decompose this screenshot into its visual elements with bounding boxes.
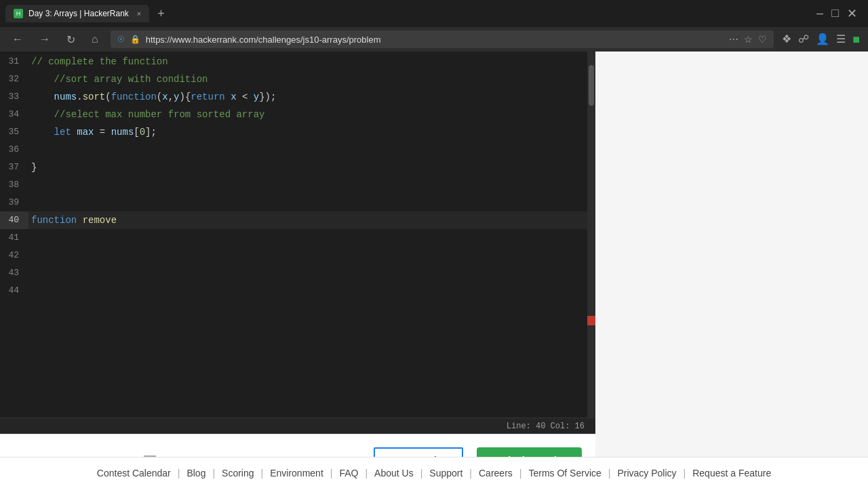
line-num-33: 33 <box>0 88 28 106</box>
more-icon[interactable]: ⋯ <box>729 34 738 45</box>
footer-sep-6: | <box>419 468 425 479</box>
footer-link-contest-calendar[interactable]: Contest Calendar <box>92 468 176 479</box>
forward-button[interactable]: → <box>35 32 54 47</box>
footer-link-environment[interactable]: Environment <box>264 468 329 479</box>
code-line-41: 41 <box>0 229 595 247</box>
footer-sep-3: | <box>260 468 265 479</box>
code-line-36: 36 <box>0 141 595 159</box>
close-window-button[interactable]: ✕ <box>847 6 857 21</box>
active-tab[interactable]: H Day 3: Arrays | HackerRank × <box>5 5 149 22</box>
refresh-button[interactable]: ↻ <box>62 32 79 47</box>
tab-close-button[interactable]: × <box>137 9 141 18</box>
footer-link-request-feature[interactable]: Request a Feature <box>687 468 776 479</box>
tab-favicon: H <box>14 9 23 18</box>
code-line-38: 38 <box>0 176 595 194</box>
tab-bar: H Day 3: Arrays | HackerRank × + <box>5 4 170 24</box>
cursor-position: Line: 40 Col: 16 <box>507 422 585 431</box>
line-num-43: 43 <box>0 264 28 282</box>
scrollbar-error-marker <box>587 316 595 325</box>
line-num-37: 37 <box>0 159 28 176</box>
code-editor[interactable]: 31 // complete the function 32 //sort ar… <box>0 52 595 418</box>
line-num-34: 34 <box>0 106 28 123</box>
footer-link-tos[interactable]: Terms Of Service <box>523 468 606 479</box>
code-line-35: 35 let max = nums[0]; <box>0 123 595 141</box>
code-line-39: 39 <box>0 194 595 211</box>
footer: Contest Calendar | Blog | Scoring | Envi… <box>0 457 868 488</box>
maximize-button[interactable]: □ <box>831 6 839 21</box>
footer-link-support[interactable]: Support <box>424 468 468 479</box>
line-content-37: } <box>28 159 595 176</box>
editor-status-bar: Line: 40 Col: 16 <box>0 418 595 434</box>
code-line-37: 37 } <box>0 159 595 176</box>
line-content-33: nums.sort(function(x,y){return x < y}); <box>28 88 595 106</box>
line-content-35: let max = nums[0]; <box>28 123 595 141</box>
code-lines: 31 // complete the function 32 //sort ar… <box>0 52 595 300</box>
line-content-40: function remove <box>28 211 595 229</box>
scrollbar-track[interactable] <box>587 52 595 418</box>
url-action-icons: ⋯ ☆ ♡ <box>729 34 767 45</box>
line-num-39: 39 <box>0 194 28 211</box>
menu-icon[interactable]: ☰ <box>836 33 846 47</box>
home-button[interactable]: ⌂ <box>87 32 102 47</box>
line-content-34: //select max number from sorted array <box>28 106 595 123</box>
star-icon[interactable]: ♡ <box>758 34 767 45</box>
editor-section: 31 // complete the function 32 //sort ar… <box>0 52 595 488</box>
footer-sep-2: | <box>211 468 216 479</box>
line-num-32: 32 <box>0 70 28 88</box>
url-bar[interactable]: ☉ 🔒 https://www.hackerrank.com/challenge… <box>111 30 774 48</box>
line-num-38: 38 <box>0 176 28 194</box>
code-line-33: 33 nums.sort(function(x,y){return x < y}… <box>0 88 595 106</box>
code-line-42: 42 <box>0 247 595 264</box>
code-line-32: 32 //sort array with condition <box>0 70 595 88</box>
line-num-35: 35 <box>0 123 28 141</box>
footer-sep-7: | <box>468 468 473 479</box>
bookmark-icon[interactable]: ☆ <box>744 34 753 45</box>
url-text: https://www.hackerrank.com/challenges/js… <box>146 35 381 45</box>
footer-link-faq[interactable]: FAQ <box>334 468 363 479</box>
profile-icon[interactable]: 👤 <box>816 33 829 47</box>
tab-title: Day 3: Arrays | HackerRank <box>28 9 129 18</box>
lock-icon: 🔒 <box>130 35 140 44</box>
footer-sep-1: | <box>176 468 182 479</box>
browser-title-bar: H Day 3: Arrays | HackerRank × + – □ ✕ <box>0 0 868 27</box>
bookmarks-icon[interactable]: ☍ <box>798 33 809 47</box>
minimize-button[interactable]: – <box>816 6 823 21</box>
footer-sep-4: | <box>329 468 334 479</box>
security-shield-icon: ☉ <box>117 35 125 44</box>
right-panel <box>595 52 868 488</box>
line-content-31: // complete the function <box>28 53 595 70</box>
main-content: 31 // complete the function 32 //sort ar… <box>0 52 868 488</box>
footer-link-careers[interactable]: Careers <box>473 468 518 479</box>
scrollbar-thumb[interactable] <box>589 65 594 106</box>
code-line-44: 44 <box>0 282 595 300</box>
line-num-42: 42 <box>0 247 28 264</box>
browser-toolbar: ❖ ☍ 👤 ☰ ■ <box>782 33 860 47</box>
extensions-icon[interactable]: ❖ <box>782 33 791 47</box>
line-num-44: 44 <box>0 282 28 300</box>
footer-sep-5: | <box>363 468 369 479</box>
code-line-31: 31 // complete the function <box>0 53 595 70</box>
code-line-34: 34 //select max number from sorted array <box>0 106 595 123</box>
back-button[interactable]: ← <box>8 32 27 47</box>
line-num-40: 40 <box>0 211 28 229</box>
code-line-43: 43 <box>0 264 595 282</box>
address-bar: ← → ↻ ⌂ ☉ 🔒 https://www.hackerrank.com/c… <box>0 27 868 52</box>
footer-link-privacy[interactable]: Privacy Policy <box>612 468 682 479</box>
footer-link-scoring[interactable]: Scoring <box>216 468 259 479</box>
footer-link-about-us[interactable]: About Us <box>369 468 419 479</box>
line-num-36: 36 <box>0 141 28 159</box>
footer-sep-10: | <box>682 468 688 479</box>
new-tab-button[interactable]: + <box>152 4 170 24</box>
footer-sep-8: | <box>518 468 524 479</box>
line-content-32: //sort array with condition <box>28 70 595 88</box>
code-line-40: 40 function remove <box>0 211 595 229</box>
firefox-shield-icon: ■ <box>852 33 860 47</box>
line-num-41: 41 <box>0 229 28 247</box>
footer-sep-9: | <box>607 468 612 479</box>
line-num-31: 31 <box>0 53 28 70</box>
footer-link-blog[interactable]: Blog <box>181 468 211 479</box>
